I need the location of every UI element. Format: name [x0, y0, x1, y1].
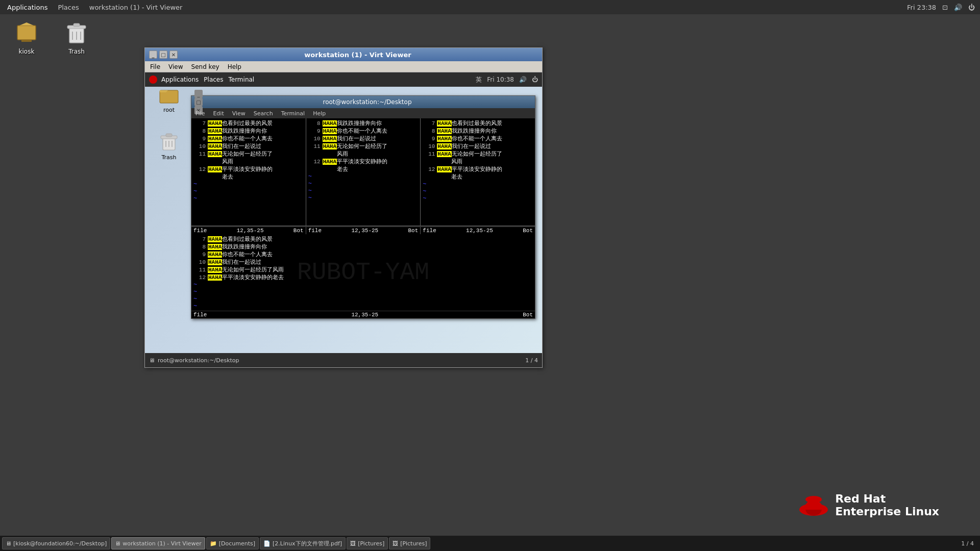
vim-status-1-pos: 12,35-25 [237, 228, 264, 234]
taskbar-pdf-label: [2.Linux下的文件管理.pdf] [273, 540, 342, 547]
svg-point-18 [805, 496, 822, 503]
inner-right: 英 Fri 10:38 🔊 ⏻ [476, 76, 538, 84]
taskbar-pdf-icon: 📄 [263, 540, 271, 547]
maximize-button[interactable]: □ [159, 51, 167, 59]
vim-bottom-pane: 7HAHA也看到过最美的风景 8HAHA我跌跌撞撞奔向你 9HAHA你也不能一个… [191, 234, 535, 311]
trash-desktop-icon[interactable]: Trash [56, 21, 97, 55]
redhat-hat-icon [798, 490, 829, 520]
terminal-window: _ □ ✕ root@workstation:~/Desktop File Ed… [191, 95, 535, 319]
taskbar-item-pdf[interactable]: 📄 [2.Linux下的文件管理.pdf] [260, 537, 346, 549]
topbar-window-title: workstation (1) - Virt Viewer [85, 4, 187, 11]
vm-trash-icon[interactable]: Trash [151, 133, 187, 161]
inner-volume-icon: 🔊 [519, 76, 527, 83]
tmenu-edit[interactable]: Edit [211, 110, 226, 117]
network-icon: ⊡ [942, 4, 948, 11]
taskbar-item-documents[interactable]: 📁 [Documents] [206, 537, 259, 549]
svg-rect-0 [17, 26, 36, 40]
root-label: root [163, 107, 175, 113]
taskbar-docs-icon: 📁 [210, 540, 217, 547]
vim-status-3-pos: 12,35-25 [466, 228, 493, 234]
taskbar-virt-icon: 🖥 [115, 540, 120, 547]
vim-pane-3: 7HAHA也看到过最美的风景 8HAHA我跌跌撞撞奔向你 9HAHA你也不能一个… [421, 118, 535, 226]
power-icon: ⏻ [968, 4, 975, 11]
system-topbar: Applications Places workstation (1) - Vi… [0, 0, 980, 14]
terminal-maximize[interactable]: □ [194, 98, 203, 106]
virt-viewer-page: 1 / 4 [525, 357, 538, 364]
close-button[interactable]: ✕ [169, 51, 178, 59]
vim-status-2-scroll: Bot [408, 228, 419, 234]
vim-status-2-file: file [308, 228, 322, 234]
redhat-dot [149, 76, 157, 84]
inner-lang: 英 [476, 76, 482, 84]
taskbar-pic1-icon: 🖼 [350, 540, 356, 547]
menu-help[interactable]: Help [225, 62, 244, 71]
taskbar-docs-label: [Documents] [219, 540, 255, 547]
tmenu-terminal[interactable]: Terminal [279, 110, 307, 117]
vim-status-1-scroll: Bot [293, 228, 304, 234]
topbar-left: Applications Places workstation (1) - Vi… [0, 4, 186, 11]
terminal-menubar: File Edit View Search Terminal Help [191, 108, 535, 118]
trash-label: Trash [68, 48, 85, 55]
terminal-minimize[interactable]: _ [194, 90, 203, 98]
vim-status-3-scroll: Bot [523, 228, 533, 234]
vim-panes: 7HAHA也看到过最美的风景 8HAHA我跌跌撞撞奔向你 9HAHA你也不能一个… [191, 118, 535, 226]
topbar-applications[interactable]: Applications [3, 4, 52, 11]
topbar-places[interactable]: Places [54, 4, 83, 11]
virt-viewer-bottom-bar: 🖥 root@workstation:~/Desktop 1 / 4 [145, 353, 542, 367]
vim-bottom-scroll: Bot [523, 312, 533, 318]
menu-file[interactable]: File [147, 62, 163, 71]
terminal-titlebar: _ □ ✕ root@workstation:~/Desktop [191, 96, 535, 108]
vm-trash-img [159, 133, 179, 153]
taskbar-virt-label: workstation (1) - Virt Viewer [122, 540, 202, 547]
vim-status-3: file 12,35-25 Bot [421, 227, 535, 234]
kiosk-icon [14, 21, 39, 46]
inner-applications[interactable]: Applications [161, 76, 199, 83]
vim-status-1: file 12,35-25 Bot [191, 227, 306, 234]
taskbar-item-pictures1[interactable]: 🖼 [Pictures] [347, 537, 388, 549]
tmenu-search[interactable]: Search [252, 110, 275, 117]
volume-icon: 🔊 [954, 4, 962, 11]
topbar-right: Fri 23:38 ⊡ 🔊 ⏻ [907, 4, 980, 11]
vim-statusbars: file 12,35-25 Bot file 12,35-25 Bot file… [191, 226, 535, 234]
vim-status-2: file 12,35-25 Bot [306, 227, 421, 234]
window-buttons[interactable]: _ □ ✕ [149, 51, 178, 59]
menu-sendkey[interactable]: Send key [188, 62, 223, 71]
redhat-logo: Red Hat Enterprise Linux [798, 490, 939, 520]
vm-content: Applications Places Terminal 英 Fri 10:38… [145, 72, 542, 353]
kiosk-desktop-icon[interactable]: kiosk [6, 21, 47, 55]
tmenu-view[interactable]: View [230, 110, 248, 117]
taskbar: 🖥 [kiosk@foundation60:~/Desktop] 🖥 works… [0, 536, 980, 551]
inner-menu: Applications Places Terminal [161, 76, 254, 83]
taskbar-kiosk-icon: 🖥 [6, 540, 11, 547]
svg-marker-1 [19, 22, 34, 26]
root-folder-icon[interactable]: root [151, 85, 187, 113]
vim-pane-2: 8HAHA我跌跌撞撞奔向你 9HAHA你也不能一个人离去 10HAHA我们在一起… [306, 118, 421, 226]
taskbar-item-pictures2[interactable]: 🖼 [Pictures] [389, 537, 430, 549]
taskbar-item-virtviewer[interactable]: 🖥 workstation (1) - Virt Viewer [111, 537, 205, 549]
redhat-name: Red Hat [835, 493, 939, 505]
virt-viewer-menubar: File View Send key Help [145, 61, 542, 72]
terminal-task-label[interactable]: root@workstation:~/Desktop [158, 357, 239, 364]
menu-view[interactable]: View [165, 62, 186, 71]
inner-terminal[interactable]: Terminal [228, 76, 254, 83]
tmenu-help[interactable]: Help [311, 110, 328, 117]
svg-rect-2 [21, 40, 32, 42]
vim-status-3-file: file [423, 228, 436, 234]
vim-status-1-file: file [193, 228, 207, 234]
vm-trash-label: Trash [161, 154, 176, 161]
virt-viewer-title: workstation (1) - Virt Viewer [178, 51, 538, 59]
virt-viewer-window: _ □ ✕ workstation (1) - Virt Viewer File… [144, 47, 543, 368]
vim-content: 7HAHA也看到过最美的风景 8HAHA我跌跌撞撞奔向你 9HAHA你也不能一个… [191, 118, 535, 318]
vim-bottom-status: file 12,35-25 Bot [191, 311, 535, 318]
vim-pane-1: 7HAHA也看到过最美的风景 8HAHA我跌跌撞撞奔向你 9HAHA你也不能一个… [191, 118, 306, 226]
inner-gnome-bar: Applications Places Terminal 英 Fri 10:38… [145, 72, 542, 87]
redhat-text: Red Hat Enterprise Linux [835, 493, 939, 517]
tmenu-file[interactable]: File [193, 110, 207, 117]
taskbar-item-kiosk[interactable]: 🖥 [kiosk@foundation60:~/Desktop] [2, 537, 110, 549]
terminal-task-icon: 🖥 [149, 357, 155, 364]
kiosk-label: kiosk [19, 48, 35, 55]
inner-places[interactable]: Places [204, 76, 223, 83]
minimize-button[interactable]: _ [149, 51, 157, 59]
virt-viewer-titlebar: _ □ ✕ workstation (1) - Virt Viewer [145, 48, 542, 61]
taskbar-pic1-label: [Pictures] [358, 540, 384, 547]
